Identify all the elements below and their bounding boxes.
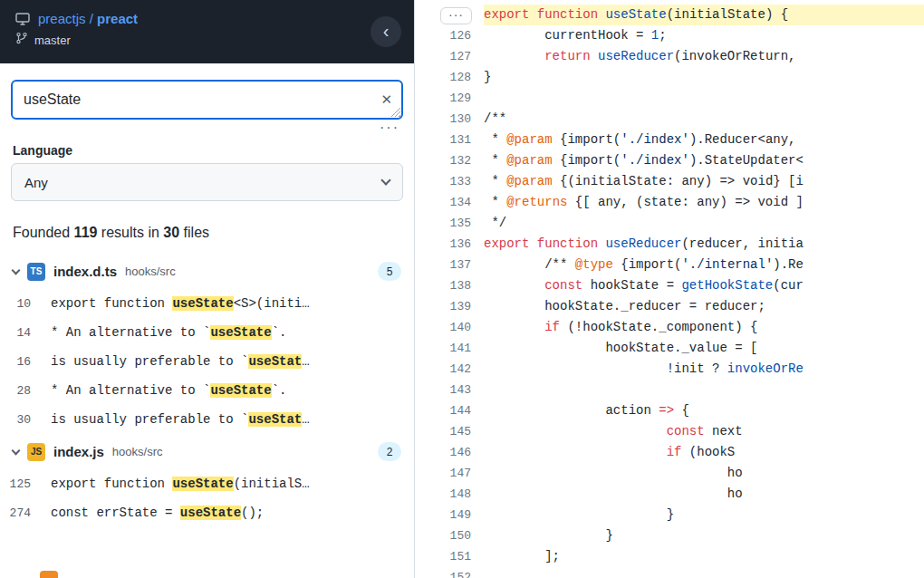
line-number[interactable]: 145 bbox=[415, 421, 484, 442]
line-number[interactable]: 143 bbox=[415, 380, 484, 400]
code-line[interactable]: 140 if (!hookState._component) { bbox=[415, 317, 924, 338]
ts-file-icon: TS bbox=[27, 263, 45, 281]
code-editor[interactable]: 125export function useState(initialState… bbox=[415, 0, 924, 578]
match-count-badge: 2 bbox=[378, 442, 401, 461]
line-number[interactable]: 139 bbox=[415, 296, 484, 317]
search-match-row[interactable]: 274const errState = useState(); bbox=[0, 498, 414, 527]
line-number[interactable]: 138 bbox=[415, 275, 484, 296]
line-number[interactable]: 144 bbox=[415, 400, 484, 421]
match-code-text: * An alternative to `useState`. bbox=[51, 383, 286, 398]
code-line[interactable]: 144 action => { bbox=[415, 400, 924, 421]
code-line[interactable]: 125export function useState(initialState… bbox=[415, 5, 924, 25]
code-line[interactable]: 134 * @returns {[ any, (state: any) => v… bbox=[415, 192, 924, 213]
code-line[interactable]: 135 */ bbox=[415, 213, 924, 234]
line-number[interactable]: 130 bbox=[415, 109, 484, 130]
line-content: */ bbox=[484, 213, 924, 234]
line-content: * @param {import('./index').StateUpdater… bbox=[484, 150, 924, 171]
line-number[interactable]: 152 bbox=[415, 567, 484, 578]
line-number[interactable]: 149 bbox=[415, 505, 484, 525]
line-number[interactable]: 128 bbox=[415, 67, 484, 88]
search-match-row[interactable]: 16is usually preferable to `useStat… bbox=[0, 347, 414, 376]
editor-overflow-button[interactable]: ··· bbox=[440, 7, 472, 24]
line-number[interactable]: 148 bbox=[415, 484, 484, 505]
line-number[interactable]: 147 bbox=[415, 463, 484, 484]
code-line[interactable]: 145 const next bbox=[415, 421, 924, 442]
search-match-row[interactable]: 30is usually preferable to `useStat… bbox=[0, 405, 414, 434]
search-match-row[interactable]: 10export function useState<S>(initi… bbox=[0, 289, 414, 318]
result-file-header[interactable]: JSindex.jshooks/src2 bbox=[0, 434, 414, 469]
code-line[interactable]: 128} bbox=[415, 67, 924, 88]
code-line[interactable]: 133 * @param {(initialState: any) => voi… bbox=[415, 171, 924, 192]
match-count-badge: 5 bbox=[378, 262, 401, 281]
line-number[interactable]: 135 bbox=[415, 213, 484, 234]
code-line[interactable]: 132 * @param {import('./index').StateUpd… bbox=[415, 150, 924, 171]
line-number[interactable]: 129 bbox=[415, 88, 484, 109]
search-match-row[interactable]: 14* An alternative to `useState`. bbox=[0, 318, 414, 347]
line-content: } bbox=[484, 525, 924, 546]
repo-owner[interactable]: preactjs bbox=[38, 11, 86, 26]
line-number[interactable]: 137 bbox=[415, 255, 484, 275]
match-line-number: 28 bbox=[0, 384, 51, 398]
code-line[interactable]: 143 bbox=[415, 380, 924, 400]
repo-breadcrumb[interactable]: preactjs / preact bbox=[38, 11, 138, 26]
code-line[interactable]: 136export function useReducer(reducer, i… bbox=[415, 234, 924, 255]
files-count: 30 bbox=[163, 225, 179, 240]
search-match-row[interactable]: 125export function useState(initialS… bbox=[0, 469, 414, 498]
code-line[interactable]: 138 const hookState = getHookState(cur bbox=[415, 275, 924, 296]
line-content: !init ? invokeOrRe bbox=[484, 359, 924, 380]
line-content: } bbox=[484, 67, 924, 88]
repo-name[interactable]: preact bbox=[97, 11, 138, 26]
line-number[interactable]: 134 bbox=[415, 192, 484, 213]
line-number[interactable]: 141 bbox=[415, 338, 484, 359]
search-match-row[interactable]: 28* An alternative to `useState`. bbox=[0, 376, 414, 405]
code-line[interactable]: 147 ho bbox=[415, 463, 924, 484]
code-line[interactable]: 146 if (hookS bbox=[415, 442, 924, 463]
code-line[interactable]: 137 /** @type {import('./internal').Re bbox=[415, 255, 924, 275]
code-line[interactable]: 152 bbox=[415, 567, 924, 578]
code-line[interactable]: 130/** bbox=[415, 109, 924, 130]
code-line[interactable]: 139 hookState._reducer = reducer; bbox=[415, 296, 924, 317]
line-content: return useReducer(invokeOrReturn, bbox=[484, 46, 924, 67]
line-number[interactable]: 126 bbox=[415, 25, 484, 46]
line-number[interactable]: 132 bbox=[415, 150, 484, 171]
line-content: if (hookS bbox=[484, 442, 924, 463]
code-line[interactable]: 150 } bbox=[415, 525, 924, 546]
result-file-header[interactable]: TSindex.d.tshooks/src5 bbox=[0, 254, 414, 289]
match-highlight: useState bbox=[210, 325, 271, 340]
code-line[interactable]: 127 return useReducer(invokeOrReturn, bbox=[415, 46, 924, 67]
line-number[interactable]: 151 bbox=[415, 546, 484, 567]
line-content: /** bbox=[484, 109, 924, 130]
line-number[interactable]: 146 bbox=[415, 442, 484, 463]
line-number[interactable]: 140 bbox=[415, 317, 484, 338]
branch-name[interactable]: master bbox=[34, 34, 71, 47]
collapse-sidebar-button[interactable]: ‹ bbox=[371, 16, 401, 47]
language-dropdown[interactable]: Any bbox=[11, 163, 403, 201]
code-line[interactable]: 142 !init ? invokeOrRe bbox=[415, 359, 924, 380]
code-line[interactable]: 141 hookState._value = [ bbox=[415, 338, 924, 359]
search-input[interactable]: useState bbox=[11, 80, 403, 120]
line-number[interactable]: 127 bbox=[415, 46, 484, 67]
line-number[interactable]: 131 bbox=[415, 130, 484, 150]
clear-search-icon[interactable]: ✕ bbox=[380, 92, 392, 108]
code-line[interactable]: 126 currentHook = 1; bbox=[415, 25, 924, 46]
line-number[interactable]: 142 bbox=[415, 359, 484, 380]
line-content: const next bbox=[484, 421, 924, 442]
line-content: * @returns {[ any, (state: any) => void … bbox=[484, 192, 924, 213]
code-line[interactable]: 148 ho bbox=[415, 484, 924, 505]
search-options-toggle[interactable]: ··· bbox=[380, 120, 399, 135]
line-number[interactable]: 136 bbox=[415, 234, 484, 255]
code-line[interactable]: 149 } bbox=[415, 505, 924, 525]
code-line[interactable]: 131 * @param {import('./index').Reducer<… bbox=[415, 130, 924, 150]
code-line[interactable]: 151 ]; bbox=[415, 546, 924, 567]
line-content: * @param {(initialState: any) => void} [… bbox=[484, 171, 924, 192]
chevron-down-icon bbox=[12, 265, 21, 275]
line-number[interactable]: 150 bbox=[415, 525, 484, 546]
match-code-text: const errState = useState(); bbox=[51, 506, 264, 520]
code-line[interactable]: 129 bbox=[415, 88, 924, 109]
line-content: currentHook = 1; bbox=[484, 25, 924, 46]
file-name: index.js bbox=[53, 444, 104, 459]
search-sidebar: preactjs / preact master ‹ useState ✕ ··… bbox=[0, 0, 415, 578]
line-content: export function useReducer(reducer, init… bbox=[484, 234, 924, 255]
match-code-text: is usually preferable to `useStat… bbox=[51, 412, 310, 427]
line-number[interactable]: 133 bbox=[415, 171, 484, 192]
